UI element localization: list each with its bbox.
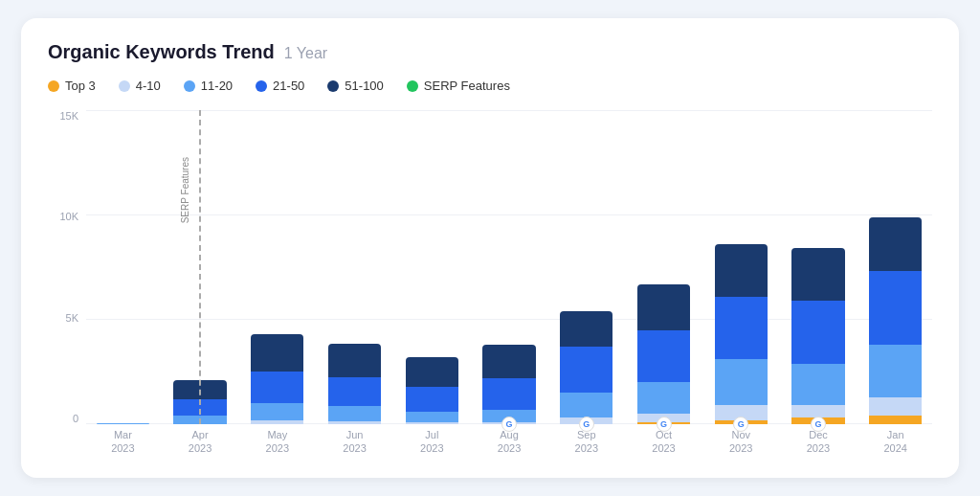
- x-label-mar: Mar2023: [86, 424, 160, 459]
- bar-stack-jan: [869, 217, 922, 424]
- y-axis-label: 10K: [59, 211, 78, 222]
- bar-stack-aug: [482, 345, 535, 424]
- bar-segment-21-50: [560, 347, 612, 393]
- x-label-jan: Jan2024: [858, 424, 932, 459]
- google-icon-dec: G: [811, 417, 826, 432]
- google-icon-sep: G: [579, 417, 594, 432]
- bar-segment-21-50: [173, 399, 226, 416]
- google-icon-nov: G: [733, 417, 748, 432]
- bar-segment-11-20: [637, 382, 690, 414]
- bar-col-jul: [395, 110, 469, 424]
- bar-segment-51-100: [560, 311, 612, 347]
- bar-segment-4-10: [869, 397, 922, 417]
- bar-segment-51-100: [637, 284, 690, 330]
- legend-label-51-100: 51-100: [345, 79, 383, 93]
- bar-segment-top3: [869, 416, 922, 424]
- bar-col-sep: G: [549, 110, 623, 424]
- legend-dot-serp: [407, 80, 418, 92]
- bar-stack-dec: [791, 248, 844, 424]
- bar-segment-21-50: [869, 271, 922, 345]
- bar-segment-51-100: [791, 248, 844, 301]
- legend-item-51-100: 51-100: [327, 79, 383, 93]
- bar-segment-51-100: [482, 345, 535, 378]
- bar-segment-11-20: [328, 406, 381, 420]
- chart-subtitle: 1 Year: [284, 45, 327, 62]
- bar-segment-21-50: [251, 372, 303, 403]
- bar-segment-11-20: [173, 416, 226, 424]
- bar-segment-21-50: [637, 330, 690, 383]
- bar-col-mar: [86, 110, 160, 424]
- legend-dot-top3: [48, 80, 59, 92]
- legend-item-21-50: 21-50: [256, 79, 304, 93]
- bar-segment-11-20: [869, 345, 922, 397]
- legend-label-11-20: 11-20: [201, 79, 233, 93]
- legend-label-21-50: 21-50: [273, 79, 304, 93]
- serp-features-label: SERP Features: [180, 157, 190, 223]
- bar-col-apr: SERP Features: [164, 110, 237, 424]
- y-axis: 15K10K5K0: [48, 110, 86, 459]
- chart-header: Organic Keywords Trend 1 Year: [48, 41, 932, 63]
- google-icon-aug: G: [501, 417, 517, 432]
- bar-stack-nov: [715, 244, 768, 424]
- bar-stack-may: [251, 334, 303, 424]
- y-axis-label: 0: [73, 413, 78, 424]
- bars-and-labels: SERP FeaturesGGGGG Mar2023Apr2023May2023…: [86, 110, 932, 459]
- bar-segment-51-100: [406, 357, 458, 387]
- legend-item-serp: SERP Features: [407, 79, 510, 93]
- bar-segment-21-50: [406, 387, 458, 412]
- bar-stack-jun: [328, 344, 381, 424]
- legend-dot-51-100: [327, 80, 339, 92]
- y-axis-label: 5K: [66, 312, 78, 324]
- chart-area: 15K10K5K0 SERP FeaturesGGGGG Mar2023Apr2…: [48, 110, 932, 459]
- chart-container: Organic Keywords Trend 1 Year Top 34-101…: [21, 18, 959, 478]
- bar-col-dec: G: [782, 110, 856, 424]
- bar-segment-51-100: [869, 217, 922, 272]
- bar-segment-11-20: [715, 359, 768, 405]
- bar-stack-jul: [406, 357, 458, 424]
- y-axis-label: 15K: [59, 110, 78, 122]
- x-label-apr: Apr2023: [164, 424, 237, 459]
- plot-area: SERP FeaturesGGGGG Mar2023Apr2023May2023…: [86, 110, 932, 459]
- bar-segment-51-100: [715, 244, 768, 297]
- bar-stack-apr: [173, 380, 226, 424]
- bar-segment-51-100: [328, 344, 381, 377]
- bar-col-may: [240, 110, 314, 424]
- legend-item-11-20: 11-20: [184, 79, 233, 93]
- google-icon-oct: G: [657, 417, 672, 432]
- legend-label-top3: Top 3: [65, 79, 96, 93]
- bar-col-jan: [858, 110, 932, 424]
- bar-col-oct: G: [627, 110, 701, 424]
- legend-item-top3: Top 3: [48, 79, 96, 93]
- bar-segment-21-50: [715, 297, 768, 360]
- chart-title: Organic Keywords Trend: [48, 41, 275, 63]
- bar-segment-21-50: [328, 377, 381, 407]
- bar-segment-51-100: [251, 334, 303, 372]
- bar-col-nov: G: [704, 110, 778, 424]
- bar-segment-51-100: [173, 380, 226, 399]
- bar-stack-sep: [560, 311, 612, 424]
- x-label-jul: Jul2023: [395, 424, 469, 459]
- bar-segment-11-20: [791, 364, 844, 406]
- bar-col-aug: G: [473, 110, 546, 424]
- bar-segment-11-20: [251, 403, 303, 419]
- bar-segment-11-20: [406, 412, 458, 422]
- legend-label-serp: SERP Features: [424, 79, 510, 93]
- legend-dot-4-10: [119, 80, 130, 92]
- x-label-jun: Jun2023: [318, 424, 391, 459]
- legend-item-4-10: 4-10: [119, 79, 161, 93]
- serp-dashed-line: SERP Features: [199, 110, 201, 424]
- bar-segment-21-50: [482, 378, 535, 410]
- x-label-may: May2023: [240, 424, 314, 459]
- legend-label-4-10: 4-10: [136, 79, 161, 93]
- bar-segment-21-50: [791, 301, 844, 364]
- legend-dot-21-50: [256, 80, 267, 92]
- legend-dot-11-20: [184, 80, 195, 92]
- bar-col-jun: [318, 110, 391, 424]
- bar-segment-11-20: [560, 393, 612, 417]
- bar-stack-oct: [637, 284, 690, 425]
- legend: Top 34-1011-2021-5051-100SERP Features: [48, 79, 932, 93]
